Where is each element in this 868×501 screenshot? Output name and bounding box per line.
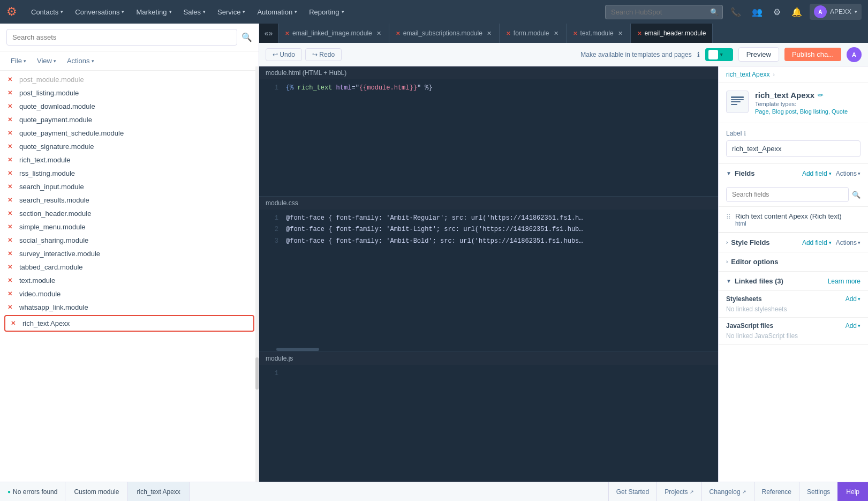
phone-icon-btn[interactable]: 📞: [727, 5, 744, 19]
css-scrollbar[interactable]: [259, 347, 718, 352]
linked-files-toggle[interactable]: ▼ Linked files (3): [726, 277, 783, 285]
list-item[interactable]: ✕ search_input.module: [0, 180, 259, 193]
html-code-editor[interactable]: 1 {% rich_text html="{{module.html}}" %}: [259, 79, 718, 196]
toggle-green[interactable]: ▼: [705, 48, 733, 61]
add-js-button[interactable]: Add ▾: [846, 322, 861, 330]
hubspot-logo[interactable]: ⚙: [6, 5, 17, 19]
tab-4[interactable]: ✕ text.module ✕: [567, 24, 631, 43]
bottom-right: Get Started Projects ↗ Changelog ↗ Refer…: [608, 482, 868, 501]
editor-options-toggle[interactable]: › Editor options: [726, 258, 861, 266]
list-item[interactable]: ✕ tabbed_card.module: [0, 260, 259, 274]
list-item[interactable]: ✕ video.module: [0, 287, 259, 301]
user-menu[interactable]: A APEXX ▾: [810, 4, 862, 20]
reference-button[interactable]: Reference: [754, 482, 799, 501]
search-fields-input[interactable]: [726, 187, 849, 202]
label-title: Label: [726, 130, 742, 137]
nav-item-conversations[interactable]: Conversations▾: [70, 5, 130, 19]
collapse-sidebar-button[interactable]: «»: [259, 24, 278, 43]
label-section: Label ℹ: [719, 123, 868, 164]
fields-actions-button[interactable]: Actions ▾: [836, 170, 861, 177]
tab-3[interactable]: ✕ form.module ✕: [500, 24, 567, 43]
list-item[interactable]: ✕ text.module: [0, 274, 259, 287]
edit-module-icon[interactable]: ✏: [818, 91, 824, 99]
contacts-icon-btn[interactable]: 👥: [749, 5, 766, 19]
style-add-field-button[interactable]: Add field ▾: [802, 239, 832, 246]
nav-item-sales[interactable]: Sales▾: [178, 5, 212, 19]
preview-button[interactable]: Preview: [738, 47, 779, 62]
style-fields-toggle[interactable]: › Style Fields: [726, 238, 770, 246]
list-item[interactable]: ✕ rich_text.module: [0, 153, 259, 167]
no-errors-text: No errors found: [13, 488, 57, 496]
svg-rect-0: [731, 96, 744, 98]
no-js-text: No linked JavaScript files: [726, 332, 798, 340]
list-item[interactable]: ✕ quote_payment_schedule.module: [0, 126, 259, 140]
list-item[interactable]: ✕ quote_payment.module: [0, 113, 259, 126]
template-types-links[interactable]: Page, Blog post, Blog listing, Quote: [755, 108, 848, 115]
changelog-button[interactable]: Changelog ↗: [701, 482, 754, 501]
view-menu-button[interactable]: View▾: [33, 55, 61, 67]
nav-item-marketing[interactable]: Marketing▾: [131, 5, 177, 19]
list-item[interactable]: ✕ whatsapp_link.module: [0, 301, 259, 314]
publish-button[interactable]: Publish cha...: [784, 48, 841, 61]
list-item[interactable]: ✕ quote_signature.module: [0, 140, 259, 153]
learn-more-button[interactable]: Learn more: [828, 278, 861, 285]
sidebar-scrollbar[interactable]: [255, 66, 259, 482]
search-hubspot-input[interactable]: [605, 5, 723, 19]
tab-1[interactable]: ✕ email_linked_image.module ✕: [278, 24, 389, 43]
selected-file-item[interactable]: ✕ rich_text Apexx: [4, 315, 254, 332]
get-started-button[interactable]: Get Started: [608, 482, 656, 501]
search-fields-button[interactable]: 🔍: [852, 191, 861, 199]
settings-icon-btn[interactable]: ⚙: [770, 5, 784, 19]
fields-section-title: Fields: [735, 169, 755, 177]
notifications-icon-btn[interactable]: 🔔: [788, 5, 805, 19]
tab-close-button[interactable]: ✕: [617, 30, 624, 37]
js-code-editor[interactable]: 1: [259, 365, 718, 482]
search-assets-input[interactable]: [6, 29, 237, 46]
tab-5-active[interactable]: ✕ email_header.module: [631, 24, 713, 43]
help-button[interactable]: Help: [837, 482, 868, 501]
list-item[interactable]: ✕ survey_interactive.module: [0, 247, 259, 260]
x-icon: ✕: [7, 156, 15, 163]
nav-item-automation[interactable]: Automation▾: [252, 5, 303, 19]
nav-right: 🔍 📞 👥 ⚙ 🔔 A APEXX ▾: [605, 4, 862, 20]
file-name: whatsapp_link.module: [19, 303, 88, 311]
list-item[interactable]: ✕ section_header.module: [0, 207, 259, 220]
tab-2[interactable]: ✕ email_subscriptions.module ✕: [389, 24, 500, 43]
add-field-button[interactable]: Add field ▾: [802, 170, 832, 177]
search-icon: 🔍: [710, 8, 719, 16]
svg-rect-2: [731, 101, 741, 102]
field-drag-handle-icon[interactable]: ⠿: [726, 213, 731, 221]
linked-files-chevron-down-icon: ▼: [726, 278, 731, 284]
tab-x-icon: ✕: [573, 31, 577, 36]
js-panel: module.js 1: [259, 352, 718, 482]
file-menu-button[interactable]: File▾: [6, 55, 31, 67]
undo-button[interactable]: ↩ Undo: [266, 48, 302, 61]
breadcrumb-link[interactable]: rich_text Apexx: [726, 71, 769, 78]
style-actions-button[interactable]: Actions ▾: [836, 239, 861, 246]
settings-bottom-button[interactable]: Settings: [799, 482, 837, 501]
tab-close-button[interactable]: ✕: [375, 30, 382, 37]
css-code-editor[interactable]: 1 @font-face { font-family: 'Ambit-Regul…: [259, 210, 718, 348]
rich-text-apexx-tab[interactable]: rich_text Apexx: [128, 482, 189, 501]
tab-close-button[interactable]: ✕: [486, 30, 493, 37]
fields-section-toggle[interactable]: ▼ Fields: [726, 169, 754, 177]
add-stylesheet-button[interactable]: Add ▾: [846, 295, 861, 303]
actions-menu-button[interactable]: Actions▾: [63, 55, 99, 67]
tab-close-button[interactable]: ✕: [553, 30, 560, 37]
list-item[interactable]: ✕ simple_menu.module: [0, 220, 259, 234]
custom-module-tab[interactable]: Custom module: [65, 482, 128, 501]
label-input[interactable]: [726, 140, 861, 157]
list-item[interactable]: ✕ post_module.module: [0, 73, 259, 86]
nav-item-reporting[interactable]: Reporting▾: [304, 5, 349, 19]
nav-item-contacts[interactable]: Contacts▾: [26, 5, 69, 19]
search-assets-button[interactable]: 🔍: [241, 32, 252, 42]
list-item[interactable]: ✕ social_sharing.module: [0, 234, 259, 247]
list-item[interactable]: ✕ post_listing.module: [0, 86, 259, 100]
list-item[interactable]: ✕ search_results.module: [0, 193, 259, 207]
redo-button[interactable]: ↪ Redo: [305, 48, 342, 61]
nav-item-service[interactable]: Service▾: [212, 5, 251, 19]
list-item[interactable]: ✕ quote_download.module: [0, 100, 259, 113]
list-item[interactable]: ✕ rss_listing.module: [0, 167, 259, 180]
projects-button[interactable]: Projects ↗: [656, 482, 701, 501]
x-icon: ✕: [7, 197, 15, 204]
